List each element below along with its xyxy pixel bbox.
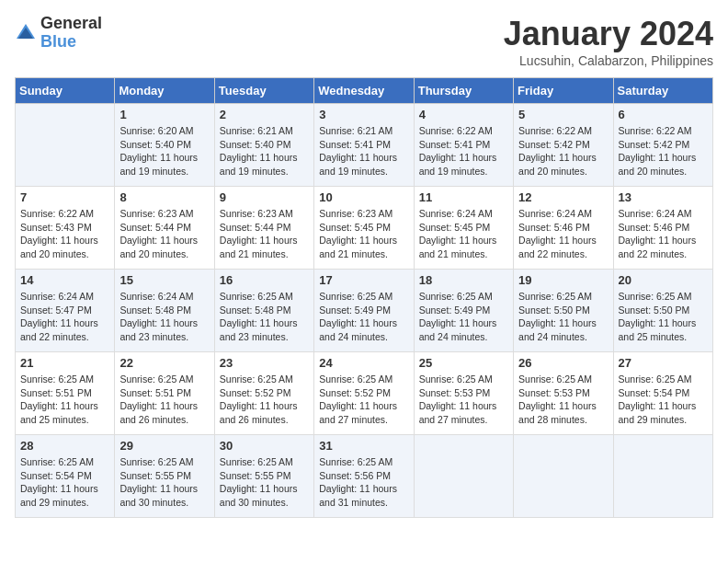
day-info: Sunrise: 6:25 AMSunset: 5:50 PMDaylight:… (619, 290, 708, 344)
day-cell (514, 435, 613, 518)
day-cell: 15Sunrise: 6:24 AMSunset: 5:48 PMDayligh… (115, 270, 214, 352)
day-cell: 26Sunrise: 6:25 AMSunset: 5:53 PMDayligh… (514, 352, 613, 435)
day-info: Sunrise: 6:24 AMSunset: 5:48 PMDaylight:… (119, 290, 209, 344)
week-row-4: 21Sunrise: 6:25 AMSunset: 5:51 PMDayligh… (16, 352, 713, 435)
day-number: 20 (619, 273, 708, 287)
day-info: Sunrise: 6:20 AMSunset: 5:40 PMDaylight:… (119, 124, 209, 178)
header-row: SundayMondayTuesdayWednesdayThursdayFrid… (16, 78, 713, 104)
day-info: Sunrise: 6:25 AMSunset: 5:52 PMDaylight:… (319, 373, 408, 427)
day-cell (414, 435, 513, 518)
title-area: January 2024 Lucsuhin, Calabarzon, Phili… (504, 15, 713, 68)
week-row-5: 28Sunrise: 6:25 AMSunset: 5:54 PMDayligh… (16, 435, 713, 518)
day-cell: 21Sunrise: 6:25 AMSunset: 5:51 PMDayligh… (16, 352, 115, 435)
day-info: Sunrise: 6:24 AMSunset: 5:46 PMDaylight:… (518, 207, 608, 261)
day-number: 5 (518, 108, 608, 121)
header-day-thursday: Thursday (414, 78, 513, 104)
day-cell: 7Sunrise: 6:22 AMSunset: 5:43 PMDaylight… (16, 187, 115, 270)
day-cell: 20Sunrise: 6:25 AMSunset: 5:50 PMDayligh… (613, 270, 712, 352)
month-title: January 2024 (504, 15, 713, 53)
day-info: Sunrise: 6:25 AMSunset: 5:53 PMDaylight:… (419, 373, 508, 427)
day-cell: 8Sunrise: 6:23 AMSunset: 5:44 PMDaylight… (115, 187, 214, 270)
day-info: Sunrise: 6:25 AMSunset: 5:50 PMDaylight:… (518, 290, 608, 344)
day-cell: 10Sunrise: 6:23 AMSunset: 5:45 PMDayligh… (314, 187, 414, 270)
day-cell: 24Sunrise: 6:25 AMSunset: 5:52 PMDayligh… (314, 352, 414, 435)
logo-icon (15, 22, 37, 44)
day-info: Sunrise: 6:25 AMSunset: 5:55 PMDaylight:… (119, 455, 209, 510)
day-number: 30 (220, 439, 309, 453)
day-number: 14 (20, 273, 109, 287)
header-day-wednesday: Wednesday (314, 78, 414, 104)
header-day-sunday: Sunday (16, 78, 115, 104)
day-number: 27 (619, 356, 708, 370)
day-info: Sunrise: 6:25 AMSunset: 5:55 PMDaylight:… (220, 455, 309, 510)
day-number: 1 (119, 108, 209, 121)
day-cell: 5Sunrise: 6:22 AMSunset: 5:42 PMDaylight… (514, 104, 613, 187)
week-row-3: 14Sunrise: 6:24 AMSunset: 5:47 PMDayligh… (16, 270, 713, 352)
day-info: Sunrise: 6:25 AMSunset: 5:54 PMDaylight:… (20, 455, 109, 510)
day-number: 16 (220, 273, 309, 287)
day-cell: 30Sunrise: 6:25 AMSunset: 5:55 PMDayligh… (214, 435, 313, 518)
day-info: Sunrise: 6:25 AMSunset: 5:56 PMDaylight:… (319, 455, 408, 510)
day-cell (613, 435, 712, 518)
day-cell: 18Sunrise: 6:25 AMSunset: 5:49 PMDayligh… (414, 270, 513, 352)
day-cell: 9Sunrise: 6:23 AMSunset: 5:44 PMDaylight… (214, 187, 313, 270)
day-info: Sunrise: 6:24 AMSunset: 5:47 PMDaylight:… (20, 290, 109, 344)
day-cell: 2Sunrise: 6:21 AMSunset: 5:40 PMDaylight… (214, 104, 313, 187)
calendar-header: SundayMondayTuesdayWednesdayThursdayFrid… (16, 78, 713, 104)
day-info: Sunrise: 6:25 AMSunset: 5:49 PMDaylight:… (319, 290, 408, 344)
day-info: Sunrise: 6:22 AMSunset: 5:41 PMDaylight:… (419, 124, 508, 178)
day-info: Sunrise: 6:24 AMSunset: 5:45 PMDaylight:… (419, 207, 508, 261)
day-number: 10 (319, 190, 408, 204)
day-cell: 1Sunrise: 6:20 AMSunset: 5:40 PMDaylight… (115, 104, 214, 187)
day-number: 12 (518, 190, 608, 204)
day-cell: 22Sunrise: 6:25 AMSunset: 5:51 PMDayligh… (115, 352, 214, 435)
day-number: 9 (220, 190, 309, 204)
day-cell: 13Sunrise: 6:24 AMSunset: 5:46 PMDayligh… (613, 187, 712, 270)
day-number: 11 (419, 190, 508, 204)
day-cell (16, 104, 115, 187)
day-cell: 19Sunrise: 6:25 AMSunset: 5:50 PMDayligh… (514, 270, 613, 352)
day-info: Sunrise: 6:22 AMSunset: 5:42 PMDaylight:… (619, 124, 708, 178)
location-subtitle: Lucsuhin, Calabarzon, Philippines (504, 53, 713, 68)
day-cell: 28Sunrise: 6:25 AMSunset: 5:54 PMDayligh… (16, 435, 115, 518)
day-number: 21 (20, 356, 109, 370)
day-info: Sunrise: 6:25 AMSunset: 5:48 PMDaylight:… (220, 290, 309, 344)
calendar-body: 1Sunrise: 6:20 AMSunset: 5:40 PMDaylight… (16, 104, 713, 518)
day-number: 2 (220, 108, 309, 121)
day-info: Sunrise: 6:21 AMSunset: 5:40 PMDaylight:… (220, 124, 309, 178)
day-cell: 12Sunrise: 6:24 AMSunset: 5:46 PMDayligh… (514, 187, 613, 270)
day-number: 8 (119, 190, 209, 204)
week-row-2: 7Sunrise: 6:22 AMSunset: 5:43 PMDaylight… (16, 187, 713, 270)
day-cell: 3Sunrise: 6:21 AMSunset: 5:41 PMDaylight… (314, 104, 414, 187)
header-day-monday: Monday (115, 78, 214, 104)
day-cell: 23Sunrise: 6:25 AMSunset: 5:52 PMDayligh… (214, 352, 313, 435)
day-number: 18 (419, 273, 508, 287)
day-info: Sunrise: 6:25 AMSunset: 5:49 PMDaylight:… (419, 290, 508, 344)
day-number: 3 (319, 108, 408, 121)
calendar-table: SundayMondayTuesdayWednesdayThursdayFrid… (15, 77, 713, 518)
day-number: 15 (119, 273, 209, 287)
day-number: 13 (619, 190, 708, 204)
day-number: 28 (20, 439, 109, 453)
header-day-saturday: Saturday (613, 78, 712, 104)
day-number: 22 (119, 356, 209, 370)
day-info: Sunrise: 6:22 AMSunset: 5:43 PMDaylight:… (20, 207, 109, 261)
day-number: 25 (419, 356, 508, 370)
day-number: 24 (319, 356, 408, 370)
day-cell: 31Sunrise: 6:25 AMSunset: 5:56 PMDayligh… (314, 435, 414, 518)
day-number: 7 (20, 190, 109, 204)
page-header: General Blue January 2024 Lucsuhin, Cala… (15, 15, 713, 68)
day-info: Sunrise: 6:25 AMSunset: 5:51 PMDaylight:… (119, 373, 209, 427)
day-cell: 29Sunrise: 6:25 AMSunset: 5:55 PMDayligh… (115, 435, 214, 518)
day-info: Sunrise: 6:25 AMSunset: 5:51 PMDaylight:… (20, 373, 109, 427)
day-info: Sunrise: 6:24 AMSunset: 5:46 PMDaylight:… (619, 207, 708, 261)
day-info: Sunrise: 6:22 AMSunset: 5:42 PMDaylight:… (518, 124, 608, 178)
day-number: 31 (319, 439, 408, 453)
day-cell: 16Sunrise: 6:25 AMSunset: 5:48 PMDayligh… (214, 270, 313, 352)
week-row-1: 1Sunrise: 6:20 AMSunset: 5:40 PMDaylight… (16, 104, 713, 187)
day-number: 29 (119, 439, 209, 453)
day-number: 17 (319, 273, 408, 287)
day-cell: 27Sunrise: 6:25 AMSunset: 5:54 PMDayligh… (613, 352, 712, 435)
day-info: Sunrise: 6:21 AMSunset: 5:41 PMDaylight:… (319, 124, 408, 178)
logo-blue: Blue (40, 32, 76, 51)
